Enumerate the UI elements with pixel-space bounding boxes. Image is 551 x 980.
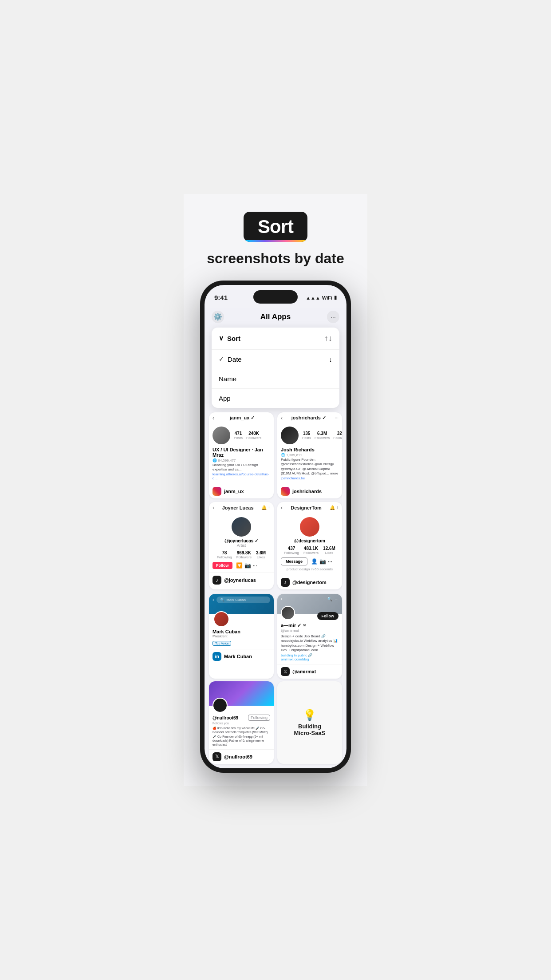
nullroot-name: @nullroot69 (213, 715, 238, 720)
sort-name-option[interactable]: Name (212, 369, 339, 389)
joyner-followers-stat: 969.8K Followers (236, 550, 252, 559)
cuban-footer: in Mark Cuban (209, 649, 274, 664)
amir-handle: @amirmxt (281, 628, 338, 633)
janmux-profile: 471 Posts 240K Followers UX / UI Designe… (209, 424, 274, 484)
card-joynerlucas[interactable]: ‹ Joyner Lucas 🔔 ↑ @joynerlucas ✓ Artist… (209, 502, 274, 589)
search-placeholder-cuban: Mark Cuban (226, 598, 246, 602)
filter-icon: 🔽 (236, 562, 243, 569)
josh-posts-stat: 135 Posts (302, 431, 311, 440)
josh-link[interactable]: joshrichards.be (281, 476, 338, 480)
card-janmux[interactable]: ‹ janm_ux ✓ 471 Posts (209, 412, 274, 498)
janmux-name: UX / UI Designer · Jan Mraz (213, 447, 270, 458)
tom-handle: @designertom (281, 538, 338, 543)
janmux-footer: janm_ux (209, 484, 274, 498)
phone-screen: 9:41 ▲▲▲ WiFi ▮ ⚙️ All Apps ··· ∨ Sort (205, 285, 346, 768)
nullroot-bio: 🍎 iOS indie dev my whole life 🎤 Co-Found… (213, 726, 270, 746)
amir-name: a—mir ✓ (281, 623, 301, 628)
wifi-icon: WiFi (322, 295, 332, 300)
instagram-share-icon: 📷 (244, 562, 251, 569)
card-joyner-header: ‹ Joyner Lucas 🔔 ↑ (209, 502, 274, 514)
amir-avatar (281, 606, 295, 620)
amir-bio: design + code Job Board 🔗 nocodejobs.io … (281, 634, 338, 653)
joyner-avatar (232, 517, 251, 537)
cuban-account: Mark Cuban (224, 654, 252, 659)
back-icon-cuban: ‹ (213, 597, 214, 602)
search-bar-cuban[interactable]: 🔍 Mark Cuban (216, 597, 270, 603)
status-icons: ▲▲▲ WiFi ▮ (306, 295, 337, 300)
posts-label: Posts (234, 436, 243, 440)
date-label: Date (228, 356, 242, 363)
josh-profile: 135 Posts 6.3M Followers 327 Following (277, 424, 342, 484)
card-joshrichards[interactable]: ‹ joshrichards ✓ ··· 135 Posts (277, 412, 342, 498)
nullroot-account: @nullroot69 (224, 754, 252, 759)
nullroot-follows-you: Follows you (213, 722, 270, 725)
josh-followers-stat: 6.3M Followers (315, 431, 330, 440)
check-icon: ✓ (219, 356, 224, 363)
tom-actions: Message 👤 📷 ··· (281, 557, 338, 565)
card-amirmxt[interactable]: ‹ 🔍 ··· Follow a—mir ✓ ✉ (277, 594, 342, 679)
tom-tiktok-icon: ♪ (281, 578, 290, 587)
joyner-handle: @joynerlucas ✓ (213, 538, 270, 543)
josh-footer: joshrichards (277, 484, 342, 498)
sort-header-label: Sort (227, 335, 240, 342)
josh-more-icon: ··· (335, 415, 338, 420)
building-content: 💡 Building Micro-SaaS (287, 702, 333, 743)
sort-app-option[interactable]: App (212, 389, 339, 408)
instagram-icon (213, 487, 221, 496)
janmux-followers-num: 240K (246, 431, 261, 436)
card-josh-header: ‹ joshrichards ✓ ··· (277, 412, 342, 424)
josh-count: 🌐 1,309,611 (281, 453, 338, 458)
back-icon-amir: ‹ (281, 597, 282, 601)
status-time: 9:41 (214, 294, 228, 301)
joyner-likes-stat: 3.6M Likes (256, 550, 266, 559)
arrow-down-icon: ↓ (329, 356, 333, 363)
dynamic-island (253, 290, 298, 304)
linkedin-icon: in (213, 652, 221, 661)
janmux-count: 🌐 64,599,477 (213, 458, 270, 463)
more-options-button[interactable]: ··· (327, 311, 339, 323)
sort-date-option[interactable]: ✓ Date ↓ (212, 350, 339, 369)
janmux-account: janm_ux (224, 489, 244, 494)
josh-bio: Public figure Founder: @crosscheckstudio… (281, 458, 338, 476)
person-icon: 👤 (311, 558, 318, 565)
tom-followers-stat: 483.1K Followers (303, 546, 319, 555)
tom-profile: @designertom 437 Following 483.1K Follow… (277, 514, 342, 575)
markcuban-banner: ‹ 🔍 Mark Cuban (209, 594, 274, 614)
josh-avatar (281, 427, 299, 444)
josh-name: Josh Richards (281, 447, 338, 452)
back-icon-josh: ‹ (281, 415, 283, 421)
cuban-name: Mark Cuban (213, 629, 270, 634)
more-icon-joyner: ··· (253, 562, 257, 569)
joyner-profile: @joynerlucas ✓ Artist 78 Following 969.8… (209, 514, 274, 573)
tom-likes-stat: 12.6M Likes (323, 546, 335, 555)
back-icon-joyner: ‹ (213, 505, 214, 511)
tom-footer: ♪ @designertom (277, 575, 342, 589)
tom-more-icon: ··· (328, 558, 332, 565)
amir-follow-button[interactable]: Follow (317, 612, 339, 620)
card-nullroot[interactable]: @nullroot69 Following Follows you 🍎 iOS … (209, 681, 274, 763)
amir-link[interactable]: building in public 🔗 amirmxt.com/blog (281, 653, 338, 661)
sort-arrows-icon[interactable]: ↑↓ (324, 334, 332, 343)
joyner-account: @joynerlucas (224, 577, 256, 583)
chevron-down-icon: ∨ (219, 334, 224, 342)
cards-grid: ‹ janm_ux ✓ 471 Posts (205, 412, 346, 594)
janmux-profile-row: 471 Posts 240K Followers (213, 427, 270, 444)
janmux-link[interactable]: learning.atheros.ai/course-detail/ux-d..… (213, 472, 270, 480)
gear-settings-icon[interactable]: ⚙️ (212, 311, 224, 323)
tom-avatar (300, 517, 319, 537)
josh-instagram-icon (281, 487, 290, 496)
joyner-follow-button[interactable]: Follow (213, 562, 232, 569)
tom-message-button[interactable]: Message (281, 557, 307, 565)
tom-username: DesignerTom (291, 505, 321, 510)
amir-search-icon: 🔍 (327, 597, 332, 601)
app-title: All Apps (260, 312, 291, 321)
card-building-microsaas[interactable]: 💡 Building Micro-SaaS (277, 681, 342, 763)
card-designertom[interactable]: ‹ DesignerTom 🔔 ↑ @designertom 437 Follo… (277, 502, 342, 589)
followers-label: Followers (246, 436, 261, 440)
nullroot-following-badge: Following (248, 715, 270, 721)
janmux-bio: Boosting your UX / UI design expertise a… (213, 463, 270, 472)
cuban-avatar-area (209, 614, 274, 623)
search-icon-cuban: 🔍 (220, 598, 224, 602)
tom-icons: 🔔 ↑ (330, 505, 338, 510)
card-markcuban[interactable]: ‹ 🔍 Mark Cuban Mark Cuban President (209, 594, 274, 679)
